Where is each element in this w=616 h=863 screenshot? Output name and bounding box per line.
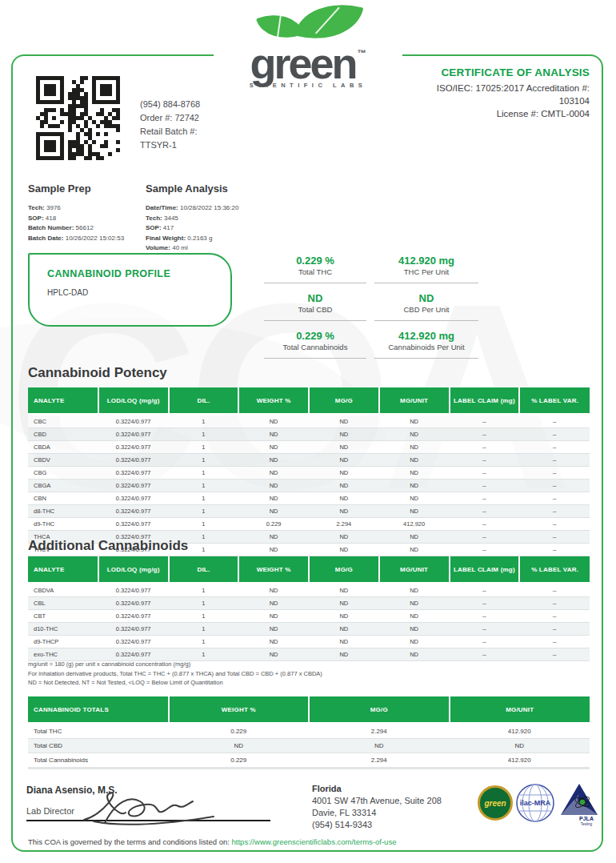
pjla-testing-badge-icon: PJLA Testing bbox=[558, 783, 599, 826]
terms-link[interactable]: https://www.greenscientificlabs.com/term… bbox=[232, 837, 397, 846]
table-cell: -- bbox=[519, 428, 590, 441]
table-cell: ND bbox=[379, 636, 450, 648]
table-cell: -- bbox=[450, 597, 520, 610]
table-cell: ND bbox=[309, 454, 379, 467]
order-info: (954) 884-8768 Order #: 72742 Retail Bat… bbox=[140, 98, 200, 160]
table-row: d9-THCP0.3224/0.9771NDNDND---- bbox=[28, 636, 590, 648]
summary-value: ND bbox=[374, 292, 478, 304]
field-label: SOP: bbox=[146, 224, 162, 231]
field-label: Tech: bbox=[146, 215, 162, 222]
table-cell: -- bbox=[519, 467, 590, 480]
table-cell: ND bbox=[238, 597, 309, 610]
table-row: CBGA0.3224/0.9771NDNDND---- bbox=[28, 480, 590, 492]
table-cell: ND bbox=[238, 441, 309, 454]
table-cell: CBD bbox=[28, 428, 98, 441]
table-cell: ND bbox=[238, 467, 309, 480]
footnote: mg/unit = 180 (g) per unit x cannabinoid… bbox=[28, 660, 322, 669]
summary-label: Cannabinoids Per Unit bbox=[374, 343, 478, 352]
table-cell: 1 bbox=[169, 492, 239, 505]
table-cell: 1 bbox=[169, 415, 239, 428]
table-cell: ND bbox=[379, 544, 450, 556]
divider bbox=[374, 358, 478, 359]
table-cell: Total THC bbox=[28, 724, 169, 739]
column-header: % LABEL VAR. bbox=[519, 387, 590, 415]
field-label: Batch Number: bbox=[28, 224, 74, 231]
table-cell: ND bbox=[379, 480, 450, 492]
table-cell: 0.229 bbox=[169, 724, 310, 739]
divider bbox=[374, 283, 478, 283]
column-header: WEIGHT % bbox=[238, 556, 309, 584]
table-cell: ND bbox=[309, 467, 379, 480]
table-cell: ND bbox=[169, 739, 310, 753]
table-cell: ND bbox=[238, 544, 309, 556]
address-line: 4001 SW 47th Avenue, Suite 208 bbox=[312, 795, 442, 807]
table-cell: ND bbox=[379, 454, 450, 467]
divider bbox=[264, 358, 366, 359]
table-row: CBN0.3224/0.9771NDNDND---- bbox=[28, 492, 590, 505]
green-certified-badge-icon: green bbox=[478, 785, 513, 821]
table-row: CBD0.3224/0.9771NDNDND---- bbox=[28, 428, 590, 441]
logo-leaves-icon bbox=[236, 5, 380, 40]
table-cell: 0.229 bbox=[238, 518, 309, 531]
additional-table-header: ANALYTELOD/LOQ (mg/g)DIL.WEIGHT %MG/GMG/… bbox=[28, 556, 590, 584]
table-cell: ND bbox=[379, 648, 450, 661]
accreditation-number: 103104 bbox=[437, 94, 590, 107]
footnote: For inhalation derivative products, Tota… bbox=[28, 669, 322, 679]
table-cell: CBGA bbox=[28, 480, 98, 492]
column-header: LOD/LOQ (mg/g) bbox=[98, 387, 169, 415]
logo-tagline: SCIENTIFIC LABS bbox=[236, 82, 380, 89]
field-value: 56612 bbox=[76, 224, 94, 231]
table-cell: -- bbox=[519, 636, 590, 648]
sample-field: Tech: 3445 bbox=[146, 214, 263, 224]
table-cell: 1 bbox=[169, 636, 239, 648]
field-value: 40 ml bbox=[172, 244, 188, 251]
lab-phone: (954) 884-8768 bbox=[140, 98, 200, 111]
terms-prefix: This COA is governed by the terms and co… bbox=[28, 837, 232, 846]
table-cell: 0.3224/0.977 bbox=[98, 505, 169, 518]
column-header: LOD/LOQ (mg/g) bbox=[98, 556, 169, 584]
column-header: MG/G bbox=[309, 387, 379, 415]
summary-value: 0.229 % bbox=[264, 255, 366, 267]
table-cell: ND bbox=[379, 467, 450, 480]
table-cell: ND bbox=[238, 415, 309, 428]
sample-analysis-section: Sample Analysis Date/Time: 10/28/2022 15… bbox=[146, 183, 263, 254]
divider bbox=[374, 320, 478, 321]
table-cell: ND bbox=[238, 531, 309, 544]
sample-field: Tech: 3976 bbox=[28, 203, 146, 214]
table-cell: -- bbox=[519, 505, 590, 518]
table-cell: -- bbox=[450, 544, 520, 556]
table-cell: -- bbox=[450, 623, 520, 636]
badge-sublabel: Testing bbox=[581, 822, 593, 826]
potency-table: ANALYTELOD/LOQ (mg/g)DIL.WEIGHT %MG/GMG/… bbox=[28, 387, 590, 556]
table-cell: ND bbox=[309, 441, 379, 454]
additional-table-body: CBDVA0.3224/0.9771NDNDND----CBL0.3224/0.… bbox=[28, 584, 590, 661]
table-cell: -- bbox=[450, 518, 520, 531]
table-cell: 1 bbox=[169, 610, 239, 623]
table-cell: CBDV bbox=[28, 454, 98, 467]
summary-value: 412.920 mg bbox=[374, 255, 478, 267]
field-label: Batch Date: bbox=[28, 235, 63, 242]
table-cell: 2.294 bbox=[309, 753, 450, 769]
table-row: CBG0.3224/0.9771NDNDND---- bbox=[28, 467, 590, 480]
table-cell: -- bbox=[450, 531, 520, 544]
table-cell: -- bbox=[519, 492, 590, 505]
table-row: CBL0.3224/0.9771NDNDND---- bbox=[28, 597, 590, 610]
cannabinoid-profile-box: CANNABINOID PROFILE HPLC-DAD bbox=[28, 253, 232, 327]
table-cell: 2.294 bbox=[309, 724, 450, 739]
table-cell: 0.3224/0.977 bbox=[98, 518, 169, 531]
column-header: MG/UNIT bbox=[450, 696, 590, 724]
table-cell: ND bbox=[309, 584, 379, 597]
column-header: MG/G bbox=[309, 556, 379, 584]
table-cell: ND bbox=[309, 610, 379, 623]
table-cell: -- bbox=[519, 610, 590, 623]
profile-method: HPLC-DAD bbox=[47, 288, 213, 297]
location-phone: (954) 514-9343 bbox=[312, 819, 442, 831]
table-cell: ND bbox=[309, 597, 379, 610]
column-header: DIL. bbox=[169, 556, 239, 584]
table-cell: ND bbox=[379, 584, 450, 597]
table-cell: ND bbox=[379, 597, 450, 610]
table-cell: -- bbox=[519, 531, 590, 544]
table-cell: ND bbox=[379, 441, 450, 454]
table-cell: 2.294 bbox=[309, 518, 379, 531]
table-cell: CBN bbox=[28, 492, 98, 505]
